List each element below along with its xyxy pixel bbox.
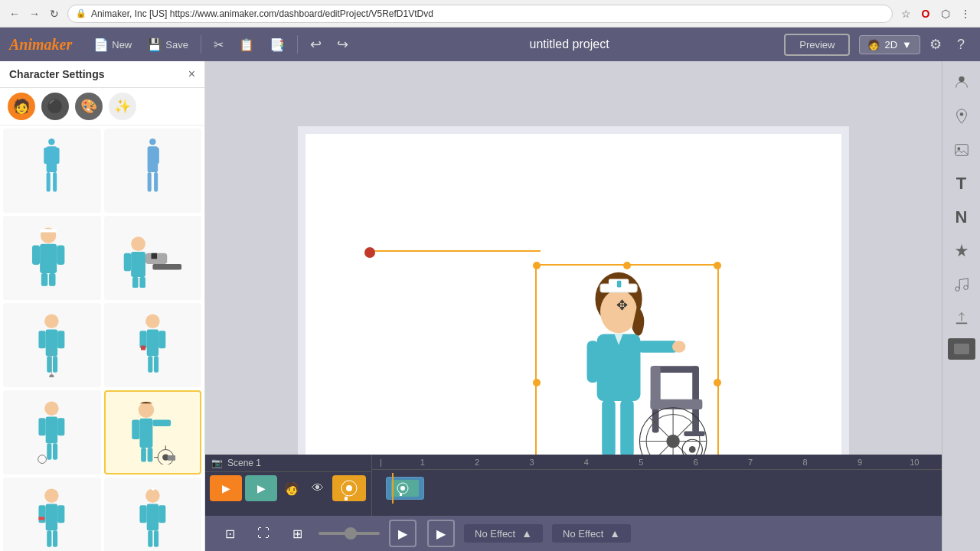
timeline-area: 📷 Scene 1 ▶ ▶ 🧑 👁 xyxy=(205,455,942,516)
playhead[interactable] xyxy=(392,473,394,504)
svg-rect-110 xyxy=(955,145,968,156)
image-button[interactable] xyxy=(948,136,975,164)
handle-top-right[interactable] xyxy=(714,262,721,269)
separator-1 xyxy=(201,35,201,54)
handle-top-center[interactable] xyxy=(623,262,631,269)
close-button[interactable]: × xyxy=(188,67,195,81)
effect-2-label[interactable]: No Effect ▲ xyxy=(552,524,631,543)
help-button[interactable]: ? xyxy=(951,34,971,56)
save-button[interactable]: 💾 Save xyxy=(141,34,194,55)
svg-rect-3 xyxy=(54,147,60,163)
character-item-7[interactable] xyxy=(3,390,101,474)
character-item-1[interactable] xyxy=(3,129,101,213)
chevron-down-icon: ▼ xyxy=(902,39,912,51)
tab-wand[interactable]: ✨ xyxy=(109,93,136,120)
slider-track[interactable] xyxy=(318,532,380,535)
grid-button[interactable]: ⊞ xyxy=(285,521,309,546)
svg-rect-44 xyxy=(57,418,64,435)
n-button[interactable]: N xyxy=(948,204,975,231)
upload-button[interactable] xyxy=(948,305,975,332)
handle-middle-right[interactable] xyxy=(714,379,721,386)
timeline-eye-button[interactable]: 👁 xyxy=(306,477,329,500)
browser-actions: ☆ O ⬡ ⋮ xyxy=(897,5,974,22)
location-button[interactable] xyxy=(948,103,975,130)
mode-selector[interactable]: 🧑 2D ▼ xyxy=(859,35,920,54)
timeline-controls: ▶ ▶ 🧑 👁 xyxy=(205,472,371,504)
canvas-area[interactable]: ✥ ⊡ ⛶ ⊞ ▶ ▶ No Effect ▲ No Effect ▲ xyxy=(205,61,942,551)
cut-button[interactable]: ✂ xyxy=(207,34,230,55)
extensions-button[interactable]: ⬡ xyxy=(937,5,954,22)
timeline-play-button[interactable]: ▶ xyxy=(210,475,242,501)
svg-rect-38 xyxy=(148,356,152,373)
svg-rect-72 xyxy=(154,530,158,547)
menu-button[interactable]: ⋮ xyxy=(957,5,974,22)
handle-middle-left[interactable] xyxy=(533,379,541,386)
timeline-track[interactable] xyxy=(378,473,936,504)
svg-point-26 xyxy=(44,314,59,328)
timeline-character-button[interactable]: 🧑 xyxy=(280,477,303,500)
character-item-10[interactable] xyxy=(104,478,202,551)
svg-rect-25 xyxy=(151,253,157,259)
character-item-4[interactable] xyxy=(104,216,202,300)
bookmark-button[interactable]: ☆ xyxy=(897,5,914,22)
play-next-button[interactable]: ▶ xyxy=(427,520,455,547)
timeline-clip-button[interactable] xyxy=(332,475,366,501)
svg-rect-37 xyxy=(158,331,165,348)
preview-button[interactable]: Preview xyxy=(784,34,850,56)
svg-rect-12 xyxy=(40,243,57,272)
svg-rect-64 xyxy=(47,530,52,547)
tab-head[interactable]: ⚫ xyxy=(41,93,69,120)
character-item-8-selected[interactable] xyxy=(104,390,202,474)
opera-button[interactable]: O xyxy=(917,5,934,22)
character-item-2[interactable] xyxy=(104,129,202,213)
effects-button[interactable] xyxy=(948,237,975,265)
character-item-9[interactable] xyxy=(3,478,101,551)
back-button[interactable]: ← xyxy=(6,5,23,22)
timeline-ruler: | 1 2 3 4 5 6 7 8 9 10 xyxy=(372,455,942,470)
svg-point-34 xyxy=(145,314,160,328)
new-button[interactable]: 📄 New xyxy=(87,34,138,55)
tab-palette[interactable]: 🎨 xyxy=(75,93,103,120)
background-button[interactable] xyxy=(948,338,975,360)
person-button[interactable] xyxy=(948,69,975,96)
forward-button[interactable]: → xyxy=(26,5,43,22)
paste-button[interactable]: 📑 xyxy=(263,34,291,55)
music-button[interactable] xyxy=(948,271,975,298)
svg-point-113 xyxy=(963,285,968,290)
expand-button[interactable]: ⊡ xyxy=(217,521,242,546)
refresh-button[interactable]: ↻ xyxy=(46,5,63,22)
speed-slider[interactable] xyxy=(318,532,380,535)
app-logo: Animaker xyxy=(9,36,72,54)
redo-button[interactable]: ↪ xyxy=(331,33,354,56)
character-item-6[interactable] xyxy=(104,303,202,387)
timeline-play2-button[interactable]: ▶ xyxy=(245,475,277,501)
handle-top-left[interactable] xyxy=(533,262,541,269)
slider-thumb[interactable] xyxy=(345,527,357,540)
address-bar[interactable]: 🔒 Animaker, Inc [US] https://www.animake… xyxy=(67,5,893,23)
character-item-3[interactable] xyxy=(3,216,101,300)
svg-point-81 xyxy=(672,341,685,352)
svg-rect-0 xyxy=(49,139,55,145)
canvas-inner[interactable]: ✥ xyxy=(305,134,841,478)
svg-point-41 xyxy=(44,401,59,416)
timeline-right[interactable]: | 1 2 3 4 5 6 7 8 9 10 xyxy=(372,455,942,516)
panel-header: Character Settings × xyxy=(0,61,204,88)
ruler-3: 3 xyxy=(505,458,559,467)
effect-1-label[interactable]: No Effect ▲ xyxy=(464,524,543,543)
ruler-origin: | xyxy=(380,458,395,467)
copy-button[interactable]: 📋 xyxy=(233,34,260,55)
play-button[interactable]: ▶ xyxy=(389,520,416,547)
fullscreen-button[interactable]: ⛶ xyxy=(251,521,276,546)
save-icon: 💾 xyxy=(147,37,162,52)
rotation-dot[interactable] xyxy=(364,247,375,258)
canvas-workspace[interactable]: ✥ xyxy=(298,126,849,486)
project-title: untitled project xyxy=(358,37,781,51)
settings-button[interactable]: ⚙ xyxy=(923,33,948,56)
character-item-5[interactable] xyxy=(3,303,101,387)
undo-button[interactable]: ↩ xyxy=(304,33,328,56)
svg-rect-30 xyxy=(47,356,52,373)
tab-character[interactable]: 🧑 xyxy=(8,93,35,120)
text-button[interactable]: T xyxy=(948,170,975,197)
redo-icon: ↪ xyxy=(337,36,348,53)
svg-point-60 xyxy=(44,488,59,503)
